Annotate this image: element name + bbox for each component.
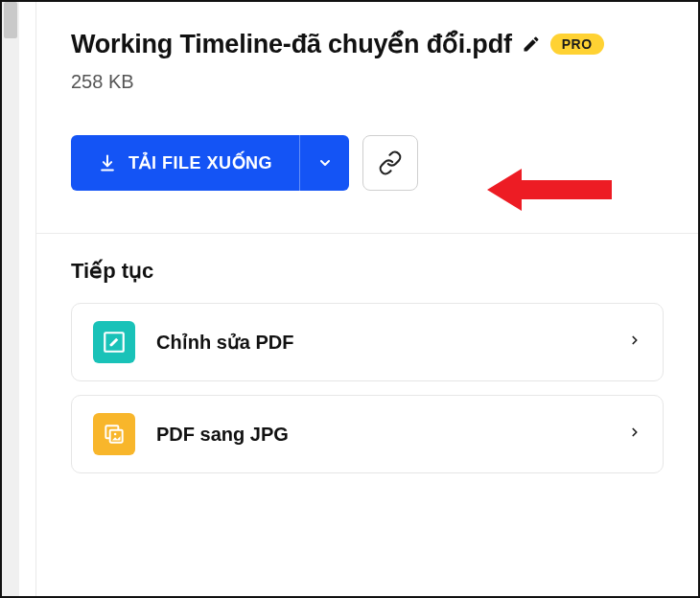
svg-rect-3 xyxy=(110,430,123,443)
file-size: 258 KB xyxy=(71,71,664,93)
scrollbar-thumb[interactable] xyxy=(4,2,17,38)
section-divider xyxy=(36,233,698,234)
scrollbar[interactable] xyxy=(2,2,19,596)
action-row: TẢI FILE XUỐNG xyxy=(71,135,664,191)
chevron-right-icon xyxy=(628,426,642,443)
download-button-group: TẢI FILE XUỐNG xyxy=(71,135,349,191)
left-panel-sliver xyxy=(19,2,36,596)
file-header: Working Timeline-đã chuyển đổi.pdf PRO xyxy=(71,29,664,59)
card-edit-pdf[interactable]: Chỉnh sửa PDF xyxy=(71,303,664,381)
file-name: Working Timeline-đã chuyển đổi.pdf xyxy=(71,29,512,59)
download-icon xyxy=(98,153,117,172)
edit-filename-icon[interactable] xyxy=(522,34,541,54)
pro-badge: PRO xyxy=(550,34,604,55)
download-button[interactable]: TẢI FILE XUỐNG xyxy=(71,135,299,191)
chevron-down-icon xyxy=(317,155,333,171)
download-label: TẢI FILE XUỐNG xyxy=(128,152,272,173)
svg-point-4 xyxy=(114,433,117,436)
continue-section-title: Tiếp tục xyxy=(71,259,664,284)
card-label: Chỉnh sửa PDF xyxy=(156,331,607,354)
pdf-to-jpg-icon xyxy=(93,413,135,455)
edit-pdf-icon xyxy=(93,321,135,363)
download-dropdown-toggle[interactable] xyxy=(299,135,349,191)
continue-card-list: Chỉnh sửa PDF PDF sang JPG xyxy=(71,303,664,473)
card-label: PDF sang JPG xyxy=(156,424,607,446)
card-pdf-to-jpg[interactable]: PDF sang JPG xyxy=(71,395,664,473)
chevron-right-icon xyxy=(628,334,642,351)
share-link-button[interactable] xyxy=(362,135,418,191)
main-content: Working Timeline-đã chuyển đổi.pdf PRO 2… xyxy=(36,2,698,596)
link-icon xyxy=(378,150,403,175)
